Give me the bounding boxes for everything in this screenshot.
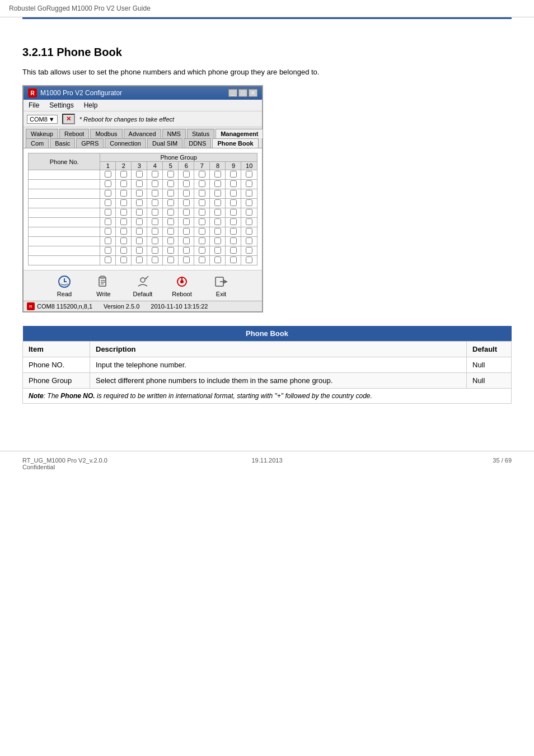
checkbox-r6-c7[interactable] [214, 228, 221, 235]
checkbox-r8-c0[interactable] [105, 247, 111, 254]
checkbox-r2-c9[interactable] [246, 190, 252, 197]
checkbox-r7-c4[interactable] [167, 237, 174, 244]
checkbox-r5-c6[interactable] [199, 218, 205, 225]
checkbox-r8-c7[interactable] [214, 247, 221, 254]
minimize-button[interactable]: _ [228, 89, 237, 97]
checkbox-r0-c1[interactable] [120, 171, 127, 178]
tab-ddns[interactable]: DDNS [184, 138, 211, 148]
checkbox-r5-c5[interactable] [183, 218, 190, 225]
tab-gprs[interactable]: GPRS [76, 138, 104, 148]
checkbox-r0-c6[interactable] [199, 171, 205, 178]
checkbox-r0-c3[interactable] [152, 171, 158, 178]
checkbox-r3-c4[interactable] [167, 199, 174, 206]
phone-input-row-0[interactable] [30, 171, 75, 178]
checkbox-r1-c5[interactable] [183, 180, 190, 187]
checkbox-r3-c5[interactable] [183, 199, 190, 206]
checkbox-r7-c9[interactable] [246, 237, 252, 244]
checkbox-r1-c8[interactable] [230, 180, 237, 187]
checkbox-r9-c8[interactable] [230, 256, 237, 263]
tab-dual-sim[interactable]: Dual SIM [147, 138, 182, 148]
checkbox-r2-c4[interactable] [167, 190, 174, 197]
checkbox-r6-c9[interactable] [246, 228, 252, 235]
checkbox-r3-c6[interactable] [199, 199, 205, 206]
checkbox-r9-c5[interactable] [183, 256, 190, 263]
checkbox-r1-c3[interactable] [152, 180, 158, 187]
checkbox-r0-c4[interactable] [167, 171, 174, 178]
checkbox-r4-c3[interactable] [152, 209, 158, 216]
menu-file[interactable]: File [27, 101, 41, 110]
checkbox-r3-c7[interactable] [214, 199, 221, 206]
tab-management[interactable]: Management [216, 129, 263, 138]
checkbox-r8-c9[interactable] [246, 247, 252, 254]
checkbox-r8-c8[interactable] [230, 247, 237, 254]
checkbox-r2-c6[interactable] [199, 190, 205, 197]
checkbox-r9-c2[interactable] [136, 256, 143, 263]
checkbox-r4-c6[interactable] [199, 209, 205, 216]
tab-status[interactable]: Status [187, 129, 214, 138]
checkbox-r4-c1[interactable] [120, 209, 127, 216]
checkbox-r8-c4[interactable] [167, 247, 174, 254]
close-button[interactable]: ✕ [249, 89, 257, 97]
phone-input-row-7[interactable] [30, 238, 75, 245]
checkbox-r0-c7[interactable] [214, 171, 221, 178]
checkbox-r3-c9[interactable] [246, 199, 252, 206]
checkbox-r7-c6[interactable] [199, 237, 205, 244]
checkbox-r7-c0[interactable] [105, 237, 111, 244]
checkbox-r6-c8[interactable] [230, 228, 237, 235]
phone-input-row-3[interactable] [30, 200, 75, 207]
checkbox-r9-c1[interactable] [120, 256, 127, 263]
checkbox-r3-c3[interactable] [152, 199, 158, 206]
exit-button[interactable]: Exit [207, 274, 235, 297]
checkbox-r5-c0[interactable] [105, 218, 111, 225]
checkbox-r8-c6[interactable] [199, 247, 205, 254]
write-button[interactable]: Write [90, 274, 118, 297]
checkbox-r1-c1[interactable] [120, 180, 127, 187]
phone-input-row-1[interactable] [30, 181, 75, 188]
checkbox-r2-c1[interactable] [120, 190, 127, 197]
checkbox-r8-c2[interactable] [136, 247, 143, 254]
checkbox-r7-c5[interactable] [183, 237, 190, 244]
checkbox-r5-c2[interactable] [136, 218, 143, 225]
checkbox-r4-c4[interactable] [167, 209, 174, 216]
checkbox-r7-c7[interactable] [214, 237, 221, 244]
checkbox-r3-c2[interactable] [136, 199, 143, 206]
checkbox-r0-c9[interactable] [246, 171, 252, 178]
checkbox-r4-c2[interactable] [136, 209, 143, 216]
checkbox-r2-c8[interactable] [230, 190, 237, 197]
checkbox-r9-c9[interactable] [246, 256, 252, 263]
checkbox-r4-c0[interactable] [105, 209, 111, 216]
checkbox-r5-c8[interactable] [230, 218, 237, 225]
tab-com[interactable]: Com [26, 138, 49, 148]
checkbox-r5-c3[interactable] [152, 218, 158, 225]
menu-settings[interactable]: Settings [48, 101, 75, 110]
phone-input-row-9[interactable] [30, 257, 75, 264]
checkbox-r6-c2[interactable] [136, 228, 143, 235]
checkbox-r0-c2[interactable] [136, 171, 143, 178]
tab-modbus[interactable]: Modbus [90, 129, 122, 138]
phone-input-row-4[interactable] [30, 209, 75, 216]
checkbox-r1-c2[interactable] [136, 180, 143, 187]
checkbox-r9-c4[interactable] [167, 256, 174, 263]
window-controls[interactable]: _ □ ✕ [228, 89, 257, 97]
checkbox-r2-c3[interactable] [152, 190, 158, 197]
checkbox-r0-c8[interactable] [230, 171, 237, 178]
checkbox-r9-c6[interactable] [199, 256, 205, 263]
checkbox-r7-c1[interactable] [120, 237, 127, 244]
checkbox-r4-c7[interactable] [214, 209, 221, 216]
read-button[interactable]: Read [50, 274, 78, 297]
checkbox-r2-c2[interactable] [136, 190, 143, 197]
phone-input-row-2[interactable] [30, 190, 75, 197]
checkbox-r5-c9[interactable] [246, 218, 252, 225]
checkbox-r7-c3[interactable] [152, 237, 158, 244]
tab-nms[interactable]: NMS [162, 129, 186, 138]
checkbox-r6-c0[interactable] [105, 228, 111, 235]
checkbox-r5-c7[interactable] [214, 218, 221, 225]
checkbox-r1-c7[interactable] [214, 180, 221, 187]
restore-button[interactable]: □ [238, 89, 247, 97]
checkbox-r7-c2[interactable] [136, 237, 143, 244]
checkbox-r4-c9[interactable] [246, 209, 252, 216]
checkbox-r3-c1[interactable] [120, 199, 127, 206]
tab-basic[interactable]: Basic [50, 138, 75, 148]
checkbox-r9-c0[interactable] [105, 256, 111, 263]
checkbox-r0-c5[interactable] [183, 171, 190, 178]
